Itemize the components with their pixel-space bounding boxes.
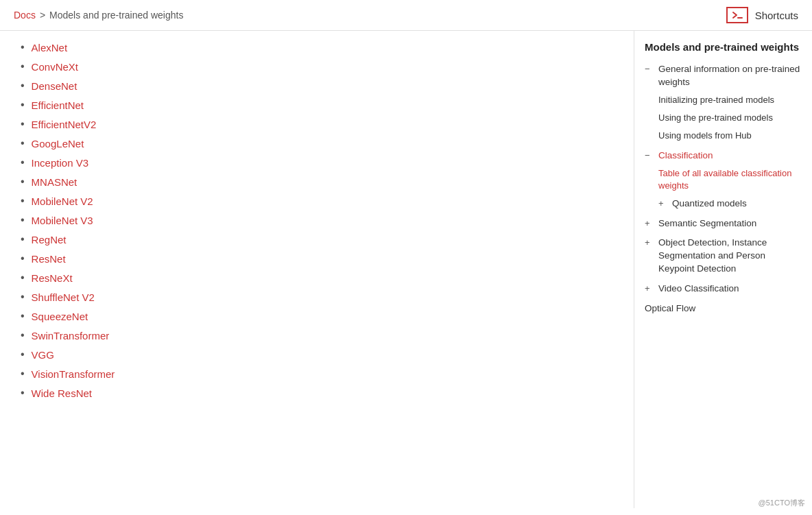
sidebar-item-label-general: General information on pre-trained weigh… <box>658 63 802 89</box>
sidebar-toggle-video: + <box>645 283 654 294</box>
shortcuts-area[interactable]: Shortcuts <box>726 7 798 23</box>
list-item: SwinTransformer <box>21 326 620 345</box>
model-link[interactable]: MNASNet <box>32 176 77 188</box>
list-item: EfficientNet <box>21 95 620 115</box>
content-area: AlexNetConvNeXtDenseNetEfficientNetEffic… <box>0 31 634 508</box>
model-link[interactable]: GoogLeNet <box>32 138 84 149</box>
model-link[interactable]: ShuffleNet V2 <box>32 291 95 303</box>
sidebar-toggle-semantic: + <box>645 218 654 228</box>
list-item: EfficientNetV2 <box>21 115 620 134</box>
sidebar-section-video: +Video Classification <box>645 280 802 298</box>
sidebar-sub-link-classification-0[interactable]: Table of all available classification we… <box>658 165 802 195</box>
list-item: AlexNet <box>21 38 620 57</box>
sub-toggle-1: + <box>658 198 668 208</box>
sidebar-section-object: +Object Detection, Instance Segmentation… <box>645 235 802 278</box>
list-item: ResNeXt <box>21 268 620 287</box>
list-item: MNASNet <box>21 172 620 191</box>
list-item: MobileNet V3 <box>21 211 620 230</box>
list-item: VGG <box>21 345 620 364</box>
list-item: ConvNeXt <box>21 57 620 76</box>
sidebar-item-video[interactable]: +Video Classification <box>645 280 802 298</box>
sidebar-sub-link-general-2[interactable]: Using models from Hub <box>658 127 802 145</box>
model-link[interactable]: DenseNet <box>32 80 77 92</box>
sidebar-item-label-object: Object Detection, Instance Segmentation … <box>658 237 802 276</box>
model-link[interactable]: ResNeXt <box>32 272 73 284</box>
model-link[interactable]: ResNet <box>32 253 66 265</box>
sidebar-item-label-semantic: Semantic Segmentation <box>658 217 756 230</box>
sidebar-title: Models and pre-trained weights <box>645 41 802 53</box>
shortcuts-label: Shortcuts <box>755 10 798 21</box>
model-link[interactable]: MobileNet V3 <box>32 215 93 226</box>
sidebar-item-general[interactable]: −General information on pre-trained weig… <box>645 61 802 91</box>
top-bar: Docs > Models and pre-trained weights Sh… <box>0 0 812 31</box>
list-item: MobileNet V2 <box>21 191 620 211</box>
terminal-icon <box>726 7 748 23</box>
model-link[interactable]: ConvNeXt <box>32 61 78 73</box>
watermark: @51CTO博客 <box>759 498 805 508</box>
model-link[interactable]: VGG <box>32 349 54 361</box>
sidebar-sub-classification: Table of all available classification we… <box>645 165 802 212</box>
sidebar-sub-link-general-0[interactable]: Initializing pre-trained models <box>658 91 802 109</box>
sidebar-section-classification: −ClassificationTable of all available cl… <box>645 147 802 212</box>
model-link[interactable]: RegNet <box>32 234 67 245</box>
model-link[interactable]: Inception V3 <box>32 157 88 169</box>
sidebar: Models and pre-trained weights −General … <box>634 31 812 508</box>
sidebar-item-object[interactable]: +Object Detection, Instance Segmentation… <box>645 235 802 278</box>
main-layout: AlexNetConvNeXtDenseNetEfficientNetEffic… <box>0 31 812 508</box>
model-link[interactable]: SqueezeNet <box>32 311 88 322</box>
list-item: Inception V3 <box>21 153 620 172</box>
breadcrumb-current: Models and pre-trained weights <box>49 10 183 21</box>
sidebar-toggle-object: + <box>645 237 654 248</box>
sidebar-item-label-optical: Optical Flow <box>645 302 695 315</box>
sidebar-toggle-general: − <box>645 64 654 74</box>
sub-label-1: Quantized models <box>672 197 747 211</box>
list-item: DenseNet <box>21 76 620 95</box>
sidebar-item-label-video: Video Classification <box>658 283 739 296</box>
model-link[interactable]: EfficientNet <box>32 99 84 111</box>
sidebar-sub-link-general-1[interactable]: Using the pre-trained models <box>658 109 802 127</box>
sidebar-item-semantic[interactable]: +Semantic Segmentation <box>645 215 802 232</box>
sidebar-item-optical[interactable]: Optical Flow <box>645 300 802 318</box>
list-item: ShuffleNet V2 <box>21 287 620 307</box>
model-link[interactable]: VisionTransformer <box>32 368 115 380</box>
sidebar-sub-general: Initializing pre-trained modelsUsing the… <box>645 91 802 145</box>
list-item: VisionTransformer <box>21 364 620 383</box>
sidebar-sub-item-toggle-1[interactable]: +Quantized models <box>658 195 802 213</box>
sidebar-item-classification[interactable]: −Classification <box>645 147 802 165</box>
model-link[interactable]: SwinTransformer <box>32 330 110 342</box>
model-link[interactable]: Wide ResNet <box>32 387 92 399</box>
breadcrumb-separator: > <box>40 10 45 21</box>
model-list: AlexNetConvNeXtDenseNetEfficientNetEffic… <box>21 38 620 403</box>
list-item: RegNet <box>21 230 620 249</box>
list-item: Wide ResNet <box>21 383 620 403</box>
model-link[interactable]: MobileNet V2 <box>32 195 93 207</box>
list-item: ResNet <box>21 249 620 268</box>
model-link[interactable]: AlexNet <box>32 42 68 53</box>
sidebar-section-semantic: +Semantic Segmentation <box>645 215 802 232</box>
list-item: SqueezeNet <box>21 307 620 326</box>
breadcrumb: Docs > Models and pre-trained weights <box>14 10 183 21</box>
sidebar-section-optical: Optical Flow <box>645 300 802 318</box>
sidebar-toggle-classification: − <box>645 150 654 160</box>
sidebar-section-general: −General information on pre-trained weig… <box>645 61 802 145</box>
model-link[interactable]: EfficientNetV2 <box>32 119 97 130</box>
breadcrumb-docs-link[interactable]: Docs <box>14 10 36 21</box>
sidebar-item-label-classification: Classification <box>658 149 713 163</box>
list-item: GoogLeNet <box>21 134 620 153</box>
